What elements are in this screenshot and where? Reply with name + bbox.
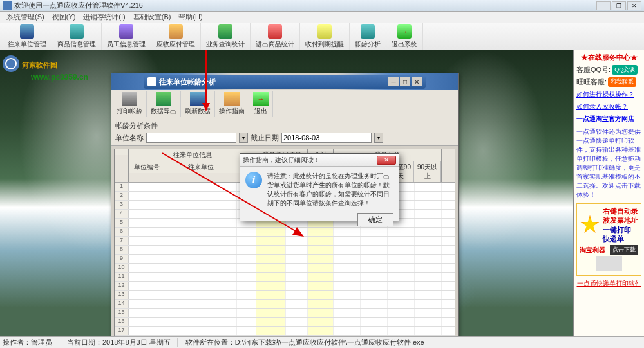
grid-cell <box>308 273 334 281</box>
grid-cell <box>334 246 361 254</box>
toolbar-label: 商品信息管理 <box>57 40 96 49</box>
grid-cell <box>237 300 256 308</box>
child-maximize-button[interactable]: □ <box>400 77 410 86</box>
end-date-input[interactable] <box>281 133 372 143</box>
grid-cell <box>166 300 237 308</box>
promo-caption-link[interactable]: 一点通快递单打印软件 <box>576 279 641 288</box>
grid-cell <box>237 327 256 335</box>
table-row[interactable]: 12 <box>115 282 455 291</box>
grid-cell <box>166 228 237 236</box>
app-icon <box>3 1 12 10</box>
row-number: 7 <box>115 237 129 245</box>
restore-button[interactable]: ❐ <box>612 1 626 10</box>
toolbar-button[interactable]: 应收应付管理 <box>151 23 201 50</box>
child-toolbar-label: 操作指南 <box>219 107 245 116</box>
table-row[interactable]: 13 <box>115 291 455 300</box>
table-row[interactable]: 16 <box>115 318 455 327</box>
toolbar-button[interactable]: 进出商品统计 <box>251 23 300 50</box>
toolbar-button[interactable]: 退出系统 <box>386 23 423 50</box>
grid-cell <box>415 264 442 272</box>
grid-cell <box>129 264 166 272</box>
grid-cell <box>388 291 415 299</box>
menu-item[interactable]: 基础设置(B) <box>129 12 175 22</box>
child-minimize-button[interactable]: ─ <box>388 77 399 86</box>
grid-column-header: 90天以上 <box>414 161 441 182</box>
grid-cell <box>166 201 237 209</box>
window-title: 欢迎使用一点通应收应付管理软件V4.216 <box>14 1 596 10</box>
menu-item[interactable]: 视图(Y) <box>48 12 80 22</box>
toolbar-button[interactable]: 帐龄分析 <box>350 23 386 50</box>
unit-name-input[interactable] <box>146 133 236 143</box>
row-number: 15 <box>115 309 129 317</box>
table-row[interactable]: 14 <box>115 300 455 309</box>
grid-cell <box>415 282 442 290</box>
close-button[interactable]: ✕ <box>627 1 641 10</box>
toolbar-label: 业务查询统计 <box>206 40 245 49</box>
toolbar-button[interactable]: 业务查询统计 <box>201 23 251 50</box>
dialog-ok-button[interactable]: 确定 <box>357 213 393 226</box>
toolbar-icon <box>317 24 332 39</box>
wangwang-badge[interactable]: 和我联系 <box>608 77 636 87</box>
sidebar-promo: 右键自动录 波发票地址 一键打印 快递单 淘宝利器 点击下载 <box>576 203 641 276</box>
child-window-title: 往来单位帐龄分析 <box>159 77 387 87</box>
grid-cell <box>286 327 308 335</box>
toolbar-button[interactable]: 员工信息管理 <box>102 23 151 50</box>
grid-cell <box>129 219 166 227</box>
table-row[interactable]: 7 <box>115 237 455 246</box>
child-toolbar-button[interactable]: 刷新数据 <box>181 91 215 117</box>
row-number: 9 <box>115 255 129 263</box>
grid-cell <box>256 327 286 335</box>
row-number: 4 <box>115 210 129 218</box>
toolbar-button[interactable]: 商品信息管理 <box>52 23 102 50</box>
grid-cell <box>388 246 415 254</box>
shop-link[interactable]: 一点通淘宝官方网店 <box>576 114 641 124</box>
end-date-picker[interactable]: ▾ <box>374 133 383 143</box>
grid-cell <box>415 318 442 326</box>
table-row[interactable]: 17 <box>115 327 455 336</box>
promo-download-button[interactable]: 点击下载 <box>610 245 638 255</box>
grid-cell <box>237 282 256 290</box>
qq-badge[interactable]: QQ交谈 <box>612 65 638 75</box>
child-toolbar-button[interactable]: 打印帐龄 <box>113 91 147 117</box>
child-toolbar-button[interactable]: 操作指南 <box>215 91 249 117</box>
help-link-authorize[interactable]: 如何进行授权操作？ <box>576 90 641 99</box>
child-toolbar-button[interactable]: 退出 <box>249 91 273 117</box>
grid-cell <box>308 300 334 308</box>
minimize-button[interactable]: ─ <box>596 1 611 10</box>
table-row[interactable]: 18 <box>115 336 455 336</box>
grid-cell <box>361 327 388 335</box>
toolbar-button[interactable]: 收付到期提醒 <box>300 23 350 50</box>
menu-item[interactable]: 进销存统计(I) <box>79 12 129 22</box>
grid-cell <box>415 237 442 245</box>
grid-cell <box>308 237 334 245</box>
toolbar-icon <box>70 24 84 39</box>
grid-cell <box>415 336 442 336</box>
table-row[interactable]: 9 <box>115 255 455 264</box>
grid-cell <box>415 246 442 254</box>
toolbar-label: 收付到期提醒 <box>305 40 344 49</box>
toolbar-button[interactable]: 往来单位管理 <box>3 23 52 50</box>
end-date-label: 截止日期 <box>251 133 279 143</box>
grid-cell <box>388 300 415 308</box>
row-number: 5 <box>115 219 129 227</box>
row-number: 14 <box>115 300 129 308</box>
grid-cell <box>361 291 388 299</box>
child-toolbar-button[interactable]: 数据导出 <box>147 91 181 117</box>
grid-cell <box>388 309 415 317</box>
table-row[interactable]: 11 <box>115 273 455 282</box>
grid-cell <box>415 219 442 227</box>
grid-cell <box>361 255 388 263</box>
grid-cell <box>286 255 308 263</box>
child-close-button[interactable]: ✕ <box>412 77 422 86</box>
grid-cell <box>256 282 286 290</box>
grid-cell <box>308 318 334 326</box>
toolbar-label: 进出商品统计 <box>256 40 294 49</box>
table-row[interactable]: 8 <box>115 246 455 255</box>
table-row[interactable]: 10 <box>115 264 455 273</box>
dialog-close-button[interactable]: ✕ <box>377 156 396 165</box>
menu-item[interactable]: 帮助(H) <box>175 12 206 22</box>
menu-item[interactable]: 系统管理(S) <box>3 12 48 22</box>
table-row[interactable]: 15 <box>115 309 455 318</box>
help-link-receivable[interactable]: 如何录入应收帐？ <box>576 102 641 111</box>
unit-name-picker[interactable]: ▾ <box>239 133 248 143</box>
